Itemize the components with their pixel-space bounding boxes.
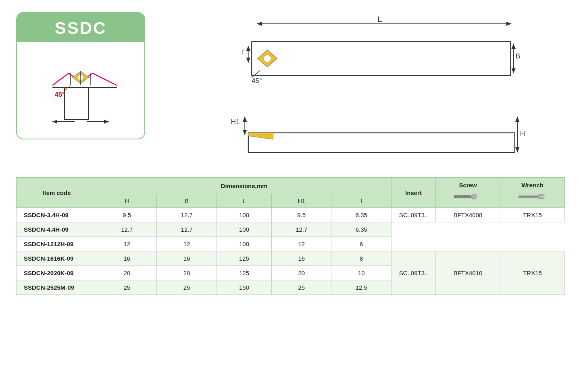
dim-f-cell: 6 (331, 237, 391, 251)
svg-marker-13 (257, 22, 262, 26)
screw-cell: BFTX4010 (436, 251, 500, 295)
item-code-cell: SSDCN-1616K-09 (17, 251, 97, 266)
dim-f-cell: 8 (331, 251, 391, 266)
dim-h1-cell: 20 (272, 266, 331, 280)
dim-l-cell: 100 (217, 237, 271, 251)
table-section: Item code Dimensions,mm Insert Screw (16, 177, 565, 295)
logo-card: SSDC 45° (16, 12, 145, 139)
th-h1: H1 (272, 194, 331, 208)
logo-diagram: 45° (17, 42, 144, 139)
dim-l-cell: 125 (217, 266, 271, 280)
screw-icon (454, 191, 482, 202)
svg-text:H: H (520, 129, 525, 137)
dim-b-cell: 20 (157, 266, 217, 280)
screw-cell: BFTX4008 (436, 208, 500, 222)
svg-marker-18 (246, 46, 251, 51)
th-wrench: Wrench (500, 178, 565, 208)
svg-text:45°: 45° (55, 91, 65, 98)
th-insert: Insert (391, 178, 436, 208)
svg-text:f: f (242, 48, 244, 56)
dim-f-cell: 10 (331, 266, 391, 280)
svg-marker-19 (246, 58, 251, 63)
dim-h1-cell: 16 (272, 251, 331, 266)
dim-b-cell: 12 (157, 237, 217, 251)
svg-text:L: L (377, 16, 383, 24)
insert-cell: SC..09T3.. (391, 251, 436, 295)
svg-rect-39 (454, 195, 472, 198)
dim-h1-cell: 12.7 (272, 222, 331, 237)
dim-f-cell: 6.35 (331, 222, 391, 237)
dim-h1-cell: 25 (272, 280, 331, 295)
dim-l-cell: 150 (217, 280, 271, 295)
svg-marker-23 (511, 68, 516, 73)
dim-b-cell: 16 (157, 251, 217, 266)
dim-f-cell: 6.35 (331, 208, 391, 222)
svg-marker-14 (506, 22, 512, 26)
dim-h-cell: 12 (97, 237, 157, 251)
svg-marker-22 (511, 44, 516, 49)
th-item-code: Item code (17, 178, 97, 208)
svg-rect-51 (519, 195, 538, 197)
table-row: SSDCN-1616K-091616125168SC..09T3..BFTX40… (17, 251, 565, 266)
wrench-icon (519, 191, 547, 202)
svg-rect-0 (65, 87, 89, 120)
logo-header: SSDC (17, 13, 144, 42)
wrench-cell: TRX15 (500, 208, 565, 222)
th-f: f (331, 194, 391, 208)
tech-diagrams: L f B 45° H1 H (169, 12, 565, 161)
item-code-cell: SSDCN-2525M-09 (17, 280, 97, 295)
dim-h-cell: 12.7 (97, 222, 157, 237)
svg-rect-37 (248, 133, 515, 153)
table-row: SSDCN-1212H-091212100126 (17, 237, 565, 251)
card-tool-diagram: 45° (28, 49, 133, 130)
table-body: SSDCN-3.4H-099.512.71009.56.35SC..09T3..… (17, 208, 565, 295)
svg-point-26 (264, 55, 271, 62)
specs-table: Item code Dimensions,mm Insert Screw (16, 177, 565, 295)
item-code-cell: SSDCN-3.4H-09 (17, 208, 97, 222)
dim-h-cell: 20 (97, 266, 157, 280)
dim-h-cell: 16 (97, 251, 157, 266)
svg-marker-6 (52, 120, 57, 124)
dim-h1-cell: 9.5 (272, 208, 331, 222)
svg-text:H1: H1 (231, 118, 240, 126)
logo-title: SSDC (55, 19, 107, 37)
svg-text:B: B (516, 52, 520, 60)
insert-cell: SC..09T3.. (391, 208, 436, 222)
svg-marker-36 (515, 147, 520, 152)
svg-rect-53 (542, 195, 546, 197)
dim-b-cell: 12.7 (157, 208, 217, 222)
svg-marker-31 (243, 117, 247, 122)
svg-marker-32 (243, 130, 247, 135)
wrench-cell: TRX15 (500, 251, 565, 295)
svg-rect-24 (252, 41, 510, 75)
svg-point-54 (540, 195, 542, 197)
th-l: L (217, 194, 271, 208)
table-row: SSDCN-3.4H-099.512.71009.56.35SC..09T3..… (17, 208, 565, 222)
th-h: H (97, 194, 157, 208)
svg-marker-35 (515, 117, 520, 122)
side-view-diagram: H1 H (169, 109, 565, 161)
dim-h-cell: 25 (97, 280, 157, 295)
item-code-cell: SSDCN-2020K-09 (17, 266, 97, 280)
dim-b-cell: 12.7 (157, 222, 217, 237)
table-row: SSDCN-4.4H-0912.712.710012.76.35 (17, 222, 565, 237)
item-code-cell: SSDCN-1212H-09 (17, 237, 97, 251)
dim-l-cell: 100 (217, 208, 271, 222)
dim-f-cell: 12.5 (331, 280, 391, 295)
th-dimensions: Dimensions,mm (97, 178, 391, 194)
th-b: B (157, 194, 217, 208)
top-view-diagram: L f B 45° (169, 16, 565, 97)
dim-l-cell: 125 (217, 251, 271, 266)
svg-text:45°: 45° (252, 77, 262, 85)
dim-l-cell: 100 (217, 222, 271, 237)
dim-h1-cell: 12 (272, 237, 331, 251)
item-code-cell: SSDCN-4.4H-09 (17, 222, 97, 237)
dim-h-cell: 9.5 (97, 208, 157, 222)
dim-b-cell: 25 (157, 280, 217, 295)
top-section: SSDC 45° (16, 12, 565, 161)
svg-marker-8 (104, 120, 109, 124)
th-screw: Screw (436, 178, 500, 208)
